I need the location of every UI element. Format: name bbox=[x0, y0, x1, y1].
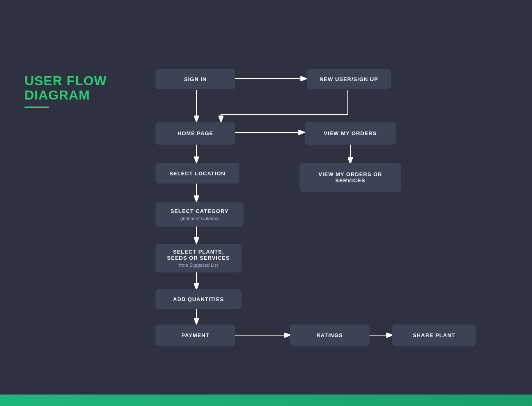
page-title: USER FLOW DIAGRAM bbox=[25, 74, 107, 102]
node-payment: PAYMENT bbox=[156, 324, 235, 346]
node-home-page: HOME PAGE bbox=[156, 122, 235, 145]
node-view-my-orders-services: VIEW MY ORDERS OR SERVICES bbox=[300, 163, 401, 192]
bottom-bar bbox=[0, 395, 532, 406]
title-underline bbox=[25, 107, 49, 108]
node-select-plants: SELECT PLANTS, SEEDS OR SERVICES from Su… bbox=[156, 244, 241, 272]
title-section: USER FLOW DIAGRAM bbox=[25, 74, 107, 108]
node-select-category: SELECT CATEGORY (Indoor or Outdoor) bbox=[156, 202, 243, 227]
node-select-location: SELECT LOCATION bbox=[156, 163, 239, 184]
node-view-my-orders: VIEW MY ORDERS bbox=[305, 122, 396, 145]
flow-diagram: SIGN IN NEW USER/SIGN UP HOME PAGE VIEW … bbox=[139, 61, 516, 340]
node-share-plant: SHARE PLANT bbox=[392, 324, 476, 346]
node-sign-in: SIGN IN bbox=[156, 69, 235, 89]
node-ratings: RATINGS bbox=[290, 324, 370, 346]
node-new-user: NEW USER/SIGN UP bbox=[307, 69, 391, 89]
node-add-quantities: ADD QUANTITIES bbox=[156, 289, 241, 309]
